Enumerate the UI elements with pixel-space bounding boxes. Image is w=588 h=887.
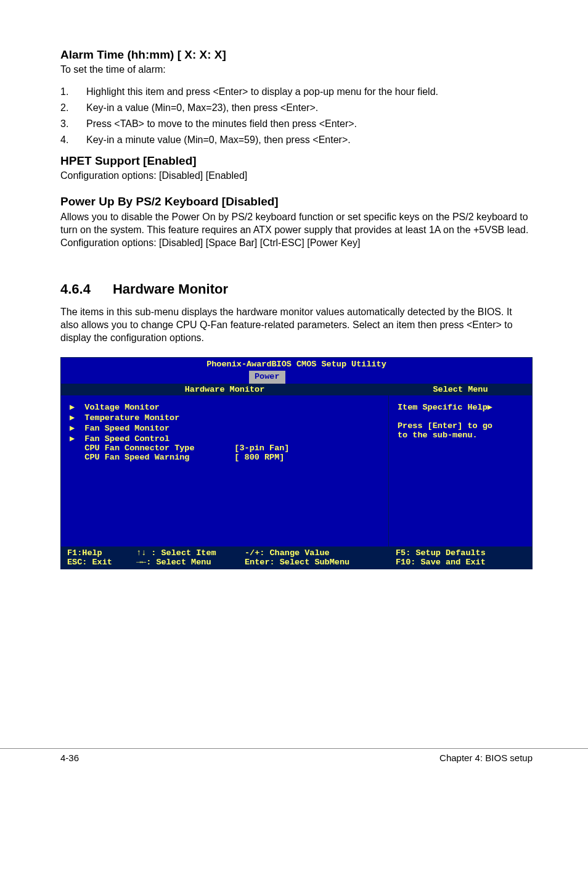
list-item: Key-in a minute value (Min=0, Max=59), t… xyxy=(60,134,533,146)
list-item: Press <TAB> to move to the minutes field… xyxy=(60,118,533,130)
heading-alarm-time: Alarm Time (hh:mm) [ X: X: X] xyxy=(60,48,533,62)
help-line: to the sub-menu. xyxy=(398,431,478,440)
bios-tabbar: Power xyxy=(61,371,532,384)
section-hardware-monitor: 4.6.4Hardware Monitor xyxy=(60,281,533,297)
bios-item-temperature[interactable]: Temperature Monitor xyxy=(84,413,179,423)
footer-exit: ESC: Exit xyxy=(67,558,136,567)
bios-item-connector-type[interactable]: CPU Fan Connector Type [3-pin Fan] xyxy=(84,444,289,453)
section-number: 4.6.4 xyxy=(60,281,91,297)
submenu-arrow-icon: ▶ xyxy=(70,413,84,423)
footer-select-item: ↑↓ : Select Item xyxy=(136,548,245,558)
list-item: Highlight this item and press <Enter> to… xyxy=(60,86,533,97)
tab-spacer xyxy=(61,371,249,384)
list-item: Key-in a value (Min=0, Max=23), then pre… xyxy=(60,102,533,113)
page-footer: 4-36 Chapter 4: BIOS setup xyxy=(0,748,588,785)
alarm-steps: Highlight this item and press <Enter> to… xyxy=(60,86,533,146)
footer-help: F1:Help xyxy=(67,548,136,558)
spacer xyxy=(70,453,84,462)
hpet-body: Configuration options: [Disabled] [Enabl… xyxy=(60,170,533,181)
bios-screenshot: Phoenix-AwardBIOS CMOS Setup Utility Pow… xyxy=(60,357,533,569)
bios-item-voltage[interactable]: Voltage Monitor xyxy=(84,403,160,412)
bios-item-fanspeed-monitor[interactable]: Fan Speed Monitor xyxy=(84,424,169,433)
bios-footer: F1:Help ↑↓ : Select Item -/+: Change Val… xyxy=(61,547,532,569)
section-title: Hardware Monitor xyxy=(113,281,228,297)
heading-hpet: HPET Support [Enabled] xyxy=(60,154,533,168)
bios-side-header: Select Menu xyxy=(389,384,532,395)
bios-main-content: ▶ Voltage Monitor ▶ Temperature Monitor … xyxy=(61,395,388,547)
heading-powerup-ps2: Power Up By PS/2 Keyboard [Disabled] xyxy=(60,195,533,208)
spacer xyxy=(70,444,84,453)
footer-change-value: -/+: Change Value xyxy=(245,548,396,558)
powerup-body: Allows you to disable the Power On by PS… xyxy=(60,211,533,249)
help-line: Press [Enter] to go xyxy=(398,421,492,431)
submenu-arrow-icon: ▶ xyxy=(70,424,84,433)
section-body: The items in this sub-menu displays the … xyxy=(60,306,533,344)
bios-help-content: Item Specific Help▶ Press [Enter] to go … xyxy=(389,395,532,547)
page-number: 4-36 xyxy=(60,753,79,763)
bios-main-header: Hardware Monitor xyxy=(61,384,388,395)
footer-save-exit: F10: Save and Exit xyxy=(396,558,486,567)
bios-title: Phoenix-AwardBIOS CMOS Setup Utility xyxy=(61,358,532,371)
bios-side-panel: Select Menu Item Specific Help▶ Press [E… xyxy=(389,384,532,547)
submenu-arrow-icon: ▶ xyxy=(70,403,84,412)
footer-select-submenu: Enter: Select SubMenu xyxy=(245,558,396,567)
submenu-arrow-icon: ▶ xyxy=(70,434,84,444)
bios-item-speed-warning[interactable]: CPU Fan Speed Warning [ 800 RPM] xyxy=(84,453,284,462)
footer-setup-defaults: F5: Setup Defaults xyxy=(396,548,486,558)
bios-item-fanspeed-control[interactable]: Fan Speed Control xyxy=(84,434,169,444)
bios-main-panel: Hardware Monitor ▶ Voltage Monitor ▶ Tem… xyxy=(61,384,389,547)
help-line: Item Specific Help▶ xyxy=(398,403,492,412)
footer-select-menu: →←: Select Menu xyxy=(136,558,245,567)
tab-power[interactable]: Power xyxy=(249,371,285,384)
chapter-label: Chapter 4: BIOS setup xyxy=(439,753,533,763)
alarm-subhead: To set the time of alarm: xyxy=(60,64,533,75)
